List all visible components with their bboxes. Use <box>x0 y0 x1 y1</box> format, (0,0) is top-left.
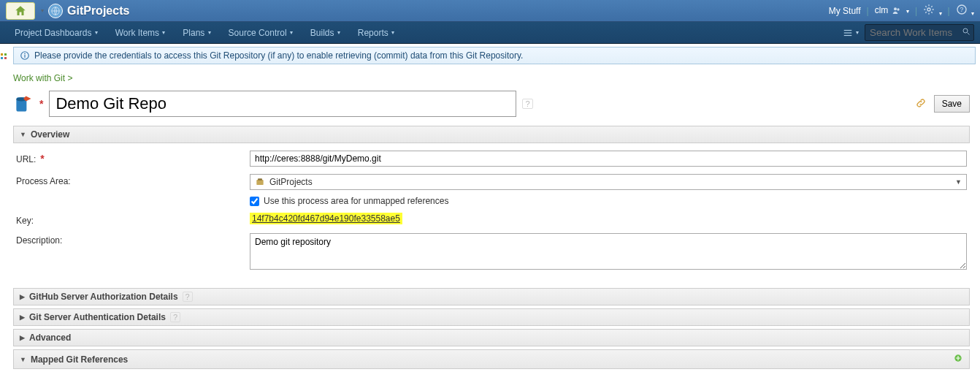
breadcrumb: Work with Git > <box>13 73 970 83</box>
nav-source-control[interactable]: Source Control ▾ <box>220 22 302 43</box>
repo-name-input[interactable] <box>49 91 516 117</box>
svg-rect-6 <box>844 29 852 30</box>
svg-rect-19 <box>256 180 263 185</box>
section-title: Overview <box>31 129 69 140</box>
help-icon[interactable]: ? <box>170 312 180 322</box>
chevron-down-icon: ▾ <box>939 10 942 17</box>
save-button[interactable]: Save <box>934 95 970 113</box>
chevron-down-icon: ▾ <box>906 8 909 15</box>
expand-icon: ▶ <box>20 293 25 300</box>
globe-icon <box>48 4 63 18</box>
top-header: ▾ GitProjects My Stuff | clm ▾ | ▾ | ? ▾ <box>0 0 980 22</box>
help-icon[interactable]: ? <box>183 292 193 302</box>
chevron-down-icon: ▾ <box>854 29 859 36</box>
key-value: 14f7b4c420fd467d94e190fe33558ae5 <box>250 213 402 224</box>
svg-point-1 <box>894 7 897 10</box>
section-title: Mapped Git References <box>31 354 128 365</box>
collapse-icon: ▼ <box>20 131 26 138</box>
use-process-area-label: Use this process area for unmapped refer… <box>264 196 448 206</box>
breadcrumb-link[interactable]: Work with Git > <box>13 73 72 83</box>
svg-rect-11 <box>1 53 3 56</box>
expand-icon: ▶ <box>20 334 25 341</box>
section-title: GitHub Server Authorization Details <box>29 292 178 302</box>
svg-rect-17 <box>24 55 25 58</box>
url-label: URL: * <box>16 151 250 164</box>
info-banner: Please provide the credentials to access… <box>13 47 976 64</box>
my-stuff-link[interactable]: My Stuff <box>829 6 861 16</box>
chevron-down-icon: ▾ <box>971 10 974 17</box>
home-dropdown-arrow[interactable]: ▾ <box>39 7 45 14</box>
description-input[interactable] <box>250 233 967 270</box>
add-mapped-ref-button[interactable] <box>953 353 963 365</box>
key-label: Key: <box>16 213 250 226</box>
svg-line-10 <box>968 33 970 35</box>
top-right-controls: My Stuff | clm ▾ | ▾ | ? ▾ <box>829 4 974 18</box>
project-icon <box>255 177 265 187</box>
help-icon[interactable]: ? <box>522 99 532 109</box>
svg-point-3 <box>927 8 930 11</box>
chevron-down-icon: ▾ <box>288 29 293 36</box>
svg-rect-8 <box>844 34 852 35</box>
process-area-value: GitProjects <box>269 177 313 187</box>
section-github-auth-header[interactable]: ▶ GitHub Server Authorization Details ? <box>13 288 970 305</box>
view-menu[interactable]: ▾ <box>843 28 859 38</box>
chevron-down-icon: ▾ <box>161 29 165 36</box>
process-area-label: Process Area: <box>16 174 250 186</box>
svg-point-9 <box>963 29 968 33</box>
section-mapped-refs-header[interactable]: ▼ Mapped Git References <box>13 349 970 369</box>
nav-plans[interactable]: Plans ▾ <box>174 22 219 43</box>
svg-rect-20 <box>258 178 262 180</box>
user-menu[interactable]: clm ▾ <box>875 5 909 17</box>
nav-work-items[interactable]: Work Items ▾ <box>107 22 175 43</box>
chevron-down-icon: ▼ <box>955 178 962 186</box>
help-icon: ? <box>956 4 968 15</box>
use-process-area-checkbox[interactable] <box>250 197 259 206</box>
chevron-down-icon: ▾ <box>93 29 97 36</box>
home-button[interactable] <box>6 2 35 20</box>
chevron-down-icon: ▾ <box>336 29 340 36</box>
chevron-down-icon: ▾ <box>206 29 210 36</box>
users-icon <box>891 5 903 17</box>
overview-form: URL: * Process Area: GitProjects ▼ Use t… <box>13 143 970 285</box>
info-banner-text: Please provide the credentials to access… <box>34 50 523 61</box>
chevron-down-icon: ▾ <box>390 29 394 36</box>
gutter-handle[interactable] <box>0 44 9 67</box>
permalink-icon[interactable] <box>915 97 927 111</box>
search-icon[interactable] <box>962 27 971 38</box>
expand-icon: ▶ <box>20 314 25 321</box>
section-advanced-header[interactable]: ▶ Advanced <box>13 329 970 346</box>
settings-menu[interactable]: ▾ <box>923 4 941 18</box>
svg-rect-12 <box>4 53 7 56</box>
search-input[interactable] <box>865 24 974 41</box>
url-input[interactable] <box>250 151 967 167</box>
svg-rect-7 <box>844 32 852 33</box>
section-git-auth-header[interactable]: ▶ Git Server Authentication Details ? <box>13 308 970 326</box>
section-overview-header[interactable]: ▼ Overview <box>13 126 970 143</box>
help-menu[interactable]: ? ▾ <box>956 4 974 18</box>
collapse-icon: ▼ <box>20 356 26 363</box>
nav-project-dashboards[interactable]: Project Dashboards ▾ <box>6 22 107 43</box>
section-title: Advanced <box>29 333 71 343</box>
home-icon <box>14 4 27 18</box>
svg-point-2 <box>897 8 899 10</box>
svg-text:?: ? <box>960 6 963 13</box>
info-icon <box>20 50 30 61</box>
process-area-select[interactable]: GitProjects ▼ <box>250 174 967 190</box>
list-icon <box>843 28 853 38</box>
description-label: Description: <box>16 233 250 246</box>
required-indicator: * <box>39 98 43 110</box>
nav-bar: Project Dashboards ▾ Work Items ▾ Plans … <box>0 22 980 44</box>
nav-reports[interactable]: Reports ▾ <box>349 22 403 43</box>
gear-icon <box>923 4 935 15</box>
app-title: GitProjects <box>67 4 129 18</box>
svg-rect-13 <box>1 57 3 59</box>
repo-icon <box>13 94 34 114</box>
section-title: Git Server Authentication Details <box>29 312 166 322</box>
nav-builds[interactable]: Builds ▾ <box>302 22 349 43</box>
svg-point-16 <box>24 53 26 55</box>
svg-rect-14 <box>4 57 7 59</box>
